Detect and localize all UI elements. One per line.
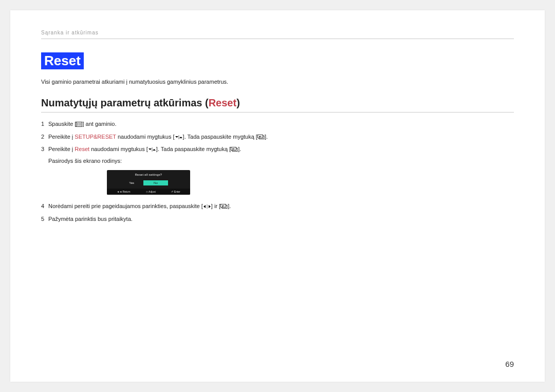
step-subtext: Pasirodys šis ekrano rodinys:: [48, 157, 514, 165]
step-accent: Reset: [75, 146, 89, 152]
osd-title: Reset all settings?: [107, 170, 190, 178]
intro-text: Visi gaminio parametrai atkuriami į numa…: [41, 79, 514, 85]
step-1: 1 Spauskite [ ] ant gaminio.: [41, 120, 514, 128]
enter-icon: [231, 147, 238, 152]
page-number: 69: [505, 360, 514, 368]
step-text: Pereikite į: [48, 134, 75, 140]
osd-option-no: No: [143, 180, 168, 185]
section-heading: Numatytųjų parametrų atkūrimas (Reset): [41, 97, 514, 113]
osd-screenshot: Reset all settings? Yes No ◄◄ Return ◇ A…: [107, 170, 190, 195]
step-text: Norėdami pereiti prie pageidaujamos pari…: [48, 203, 203, 209]
page-title: Reset: [41, 52, 84, 69]
step-text: ]. Tada paspauskite mygtuką [: [156, 146, 231, 152]
step-text: ].: [228, 203, 231, 209]
step-4: 4 Norėdami pereiti prie pageidaujamos pa…: [41, 202, 514, 211]
page: Sąranka ir atkūrimas Reset Visi gaminio …: [10, 10, 545, 382]
breadcrumb: Sąranka ir atkūrimas: [41, 30, 514, 39]
section-heading-prefix: Numatytųjų parametrų atkūrimas (: [41, 97, 209, 108]
step-text: naudodami mygtukus [: [89, 146, 148, 152]
step-3: 3 Pereikite į Reset naudodami mygtukus […: [41, 145, 514, 165]
step-number: 4: [41, 202, 44, 211]
step-number: 1: [41, 120, 44, 128]
section-heading-accent: Reset: [209, 97, 236, 108]
step-list: 1 Spauskite [ ] ant gaminio. 2 Pereikite…: [41, 120, 514, 223]
arrow-left-right-icon: [203, 204, 211, 209]
section-heading-suffix: ): [236, 97, 240, 108]
osd-footer: ◄◄ Return ◇ Adjust ⏎ Enter: [107, 189, 190, 195]
step-text: ] ir [: [211, 203, 220, 209]
osd-option-yes: Yes: [129, 180, 134, 185]
osd-options: Yes No: [107, 178, 190, 189]
arrow-up-down-icon: [175, 135, 183, 140]
step-number: 5: [41, 215, 44, 223]
osd-footer-return: ◄◄ Return: [117, 190, 130, 193]
step-text: ]. Tada paspauskite mygtuką [: [183, 134, 257, 140]
step-text: naudodami mygtukus [: [116, 134, 175, 140]
step-text: ] ant gaminio.: [82, 121, 116, 127]
arrow-up-down-icon: [148, 147, 156, 152]
step-text: ].: [265, 134, 268, 140]
osd-footer-enter: ⏎ Enter: [171, 190, 180, 193]
step-5: 5 Pažymėta parinktis bus pritaikyta.: [41, 215, 514, 223]
step-text: ].: [238, 146, 241, 152]
step-text: Spauskite [: [48, 121, 76, 127]
enter-icon: [220, 204, 228, 209]
enter-icon: [257, 135, 265, 140]
step-2: 2 Pereikite į SETUP&RESET naudodami mygt…: [41, 133, 514, 141]
step-number: 3: [41, 145, 44, 154]
step-accent: SETUP&RESET: [75, 134, 116, 140]
menu-icon: [76, 122, 82, 127]
step-text: Pereikite į: [48, 146, 75, 152]
osd-footer-adjust: ◇ Adjust: [146, 190, 156, 193]
step-number: 2: [41, 133, 44, 141]
step-text: Pažymėta parinktis bus pritaikyta.: [48, 216, 133, 222]
